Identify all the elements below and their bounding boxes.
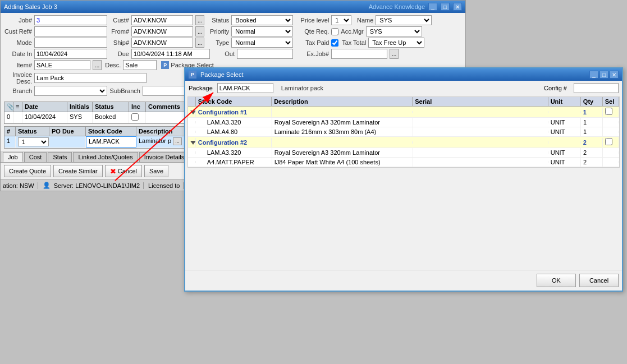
taxpaid-checkbox[interactable] [331, 39, 338, 47]
from-input[interactable] [131, 26, 193, 36]
cell-initials: SYS [67, 112, 93, 123]
maximize-button[interactable]: □ [441, 3, 450, 11]
config-1-row[interactable]: Configuration #1 1 [188, 107, 619, 118]
pricelevel-select[interactable]: 1 [331, 15, 351, 25]
create-similar-button[interactable]: Create Similar [53, 165, 103, 177]
priority-select[interactable]: Normal [231, 26, 293, 36]
cust-input[interactable] [131, 15, 193, 25]
item-unit-4: UNIT [548, 158, 581, 167]
pkg-package-input[interactable] [217, 83, 273, 93]
minimize-button[interactable]: _ [428, 3, 437, 11]
pkg-minimize-button[interactable]: _ [589, 71, 598, 79]
invoicedesc-label: InvoiceDesc. [4, 71, 32, 85]
taxtotal-select[interactable]: Tax Free Up [368, 38, 424, 48]
pkg-close-button[interactable]: ✕ [610, 71, 619, 79]
item-unit-1: UNIT [548, 118, 581, 127]
ship-label: Ship# [109, 39, 129, 46]
from-dots-btn[interactable]: ... [195, 26, 204, 36]
name-select[interactable]: SYS [376, 15, 432, 25]
pkg-package-label: Package [189, 85, 213, 91]
due-label: Due [109, 50, 129, 57]
pkg-config-label: Config # [544, 85, 567, 91]
item-desc-4: IJ84 Paper Matt White A4 (100 sheets) [272, 158, 413, 167]
datein-input[interactable] [34, 49, 107, 59]
col-initials-header: Initials [67, 102, 93, 112]
config-2-name: Configuration #2 [196, 138, 272, 147]
expand-icon-1 [190, 110, 196, 114]
pkg-window-title: Package Select [200, 71, 243, 78]
package-icon[interactable]: P [161, 61, 169, 69]
save-button[interactable]: Save [144, 165, 168, 177]
item-col-num: # [4, 127, 16, 136]
item-sel-1 [603, 121, 619, 123]
ship-input[interactable] [131, 38, 193, 48]
pkg-titlebar: P Package Select _ □ ✕ [185, 68, 622, 81]
qtereq-checkbox[interactable] [331, 28, 338, 35]
item-sel-4 [603, 161, 619, 163]
server-status: Server: LENOVO-LINDA1\JIM2 [54, 182, 144, 189]
main-window-title: Adding Sales Job 3 [4, 3, 57, 10]
item-stock-2: LAM.A4.80 [196, 127, 272, 136]
type-label: Type [207, 39, 229, 46]
cancel-button[interactable]: ✖ Cancel [105, 165, 142, 177]
form-row-3: Mode Ship# ... Type Normal Tax Paid Tax … [4, 38, 462, 48]
item-input[interactable] [34, 60, 90, 70]
item-serial-1 [413, 121, 548, 123]
subbranch-input[interactable] [143, 86, 187, 96]
config-2-row[interactable]: Configuration #2 2 [188, 137, 619, 148]
status-select[interactable]: Booked [231, 15, 293, 25]
config-2-qty: 2 [581, 138, 603, 147]
item-desc-dots[interactable]: ... [173, 137, 182, 145]
cell-inc [129, 112, 146, 123]
pkg-grid-header: Stock Code Description Serial Unit Qty S… [188, 97, 619, 107]
pkg-col-sel: Sel [603, 97, 619, 106]
out-label: Out [212, 50, 235, 57]
form-row-4: Date In Due Out Ex.Job# ... [4, 49, 462, 59]
close-button[interactable]: ✕ [453, 3, 462, 11]
expand-icon-2 [190, 141, 196, 145]
qtereq-label: Qte Req. [295, 28, 329, 35]
cust-dots-btn[interactable]: ... [195, 15, 204, 25]
item-qty-3: 2 [581, 148, 603, 157]
type-select[interactable]: Normal [231, 38, 293, 48]
exjob-input[interactable] [331, 49, 387, 59]
invoicedesc-input[interactable] [34, 73, 147, 83]
job-input[interactable] [34, 15, 107, 25]
pkg-config-input[interactable] [574, 83, 619, 93]
item-stock-3: LAM.A3.320 [196, 148, 272, 157]
tab-job[interactable]: Job [3, 152, 23, 162]
item-label: Item# [4, 62, 32, 68]
config-1-expand[interactable] [188, 108, 196, 117]
pkg-maximize-button[interactable]: □ [599, 71, 608, 79]
form-row-2: Cust Ref# From# ... Priority Normal Qte … [4, 26, 462, 36]
config-1-sel [603, 107, 619, 117]
tab-linked-jobs[interactable]: Linked Jobs/Quotes [73, 152, 138, 162]
item-qty-2: 1 [581, 127, 603, 136]
create-quote-button[interactable]: Create Quote [4, 165, 51, 177]
custref-input[interactable] [34, 26, 107, 36]
due-input[interactable] [131, 49, 210, 59]
out-input[interactable] [237, 49, 293, 59]
item-desc-2: Laminate 216mm x 303mm 80m (A4) [272, 127, 413, 136]
pkg-ok-button[interactable]: OK [537, 274, 576, 287]
accmgr-select[interactable]: SYS [366, 26, 422, 36]
form-row-1: Job# Cust# ... Status Booked Price level… [4, 15, 462, 25]
pkg-cancel-button[interactable]: Cancel [579, 274, 619, 287]
ship-dots-btn[interactable]: ... [195, 38, 204, 48]
cancel-icon: ✖ [110, 167, 116, 176]
item-dots-btn[interactable]: ... [93, 60, 102, 70]
mode-input[interactable] [34, 38, 107, 48]
accmgr-label: Acc.Mgr [341, 28, 363, 35]
item-expand-4 [188, 161, 196, 163]
exjob-dots-btn[interactable]: ... [390, 49, 399, 59]
tab-stats[interactable]: Stats [48, 152, 72, 162]
branch-select[interactable] [34, 86, 107, 96]
config-2-expand[interactable] [188, 138, 196, 147]
main-titlebar: Adding Sales Job 3 Advance Knowledge _ □… [1, 1, 465, 13]
subbranch-label: SubBranch [109, 87, 140, 94]
pricelevel-label: Price level [295, 17, 329, 24]
desc-input[interactable] [123, 60, 157, 70]
col-attach: 📎 [4, 102, 13, 112]
tab-invoice-details[interactable]: Invoice Details [139, 152, 190, 162]
tab-cost[interactable]: Cost [24, 152, 47, 162]
